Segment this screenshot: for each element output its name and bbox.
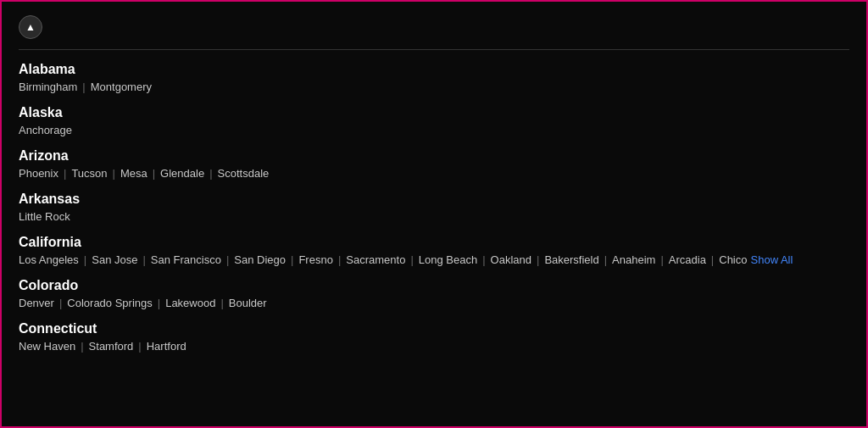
cities-list: Denver|Colorado Springs|Lakewood|Boulder (19, 297, 849, 309)
state-section-colorado: ColoradoDenver|Colorado Springs|Lakewood… (19, 278, 849, 309)
city-separator: | (59, 297, 62, 309)
city-item[interactable]: Oakland (491, 253, 531, 266)
city-separator: | (291, 253, 293, 266)
cities-list: Anchorage (19, 124, 849, 136)
city-item[interactable]: Little Rock (19, 210, 70, 223)
state-section-arkansas: ArkansasLittle Rock (19, 192, 849, 223)
city-item[interactable]: Phoenix (19, 167, 58, 180)
city-item[interactable]: Denver (19, 297, 54, 309)
city-item[interactable]: Glendale (160, 167, 204, 180)
state-section-connecticut: ConnecticutNew Haven|Stamford|Hartford (19, 321, 849, 353)
state-section-california: CaliforniaLos Angeles|San Jose|San Franc… (19, 235, 849, 266)
cities-list: Los Angeles|San Jose|San Francisco|San D… (19, 253, 849, 266)
city-item[interactable]: Los Angeles (19, 253, 79, 266)
collapse-button[interactable]: ▲ (19, 15, 42, 39)
city-separator: | (537, 253, 539, 266)
city-item[interactable]: Montgomery (91, 81, 152, 93)
cities-list: Phoenix|Tucson|Mesa|Glendale|Scottsdale (19, 167, 849, 180)
city-item[interactable]: Boulder (229, 297, 267, 309)
city-separator: | (604, 253, 607, 266)
state-name: Arizona (19, 148, 849, 164)
city-item[interactable]: Bakersfield (544, 253, 598, 266)
city-separator: | (82, 81, 85, 93)
city-separator: | (138, 340, 141, 353)
state-name: Alaska (19, 105, 849, 120)
city-item[interactable]: San Francisco (151, 253, 221, 266)
city-separator: | (410, 253, 413, 266)
cities-list: New Haven|Stamford|Hartford (19, 340, 849, 353)
state-section-arizona: ArizonaPhoenix|Tucson|Mesa|Glendale|Scot… (19, 148, 849, 180)
cities-list: Birmingham|Montgomery (19, 81, 849, 93)
city-separator: | (209, 167, 212, 180)
city-separator: | (660, 253, 663, 266)
city-separator: | (142, 253, 145, 266)
city-item[interactable]: Lakewood (165, 297, 215, 309)
state-name: Colorado (19, 278, 849, 293)
city-item[interactable]: Fresno (298, 253, 332, 266)
state-section-alaska: AlaskaAnchorage (19, 105, 849, 136)
city-item[interactable]: New Haven (19, 340, 75, 353)
city-item[interactable]: Mesa (120, 167, 147, 180)
city-item[interactable]: Arcadia (669, 253, 706, 266)
city-separator: | (711, 253, 714, 266)
main-container: ▲ AlabamaBirmingham|MontgomeryAlaskaAnch… (0, 0, 868, 428)
states-list: AlabamaBirmingham|MontgomeryAlaskaAnchor… (19, 62, 849, 353)
city-item[interactable]: Colorado Springs (67, 297, 152, 309)
city-item[interactable]: Sacramento (346, 253, 405, 266)
city-item[interactable]: Anaheim (612, 253, 655, 266)
city-separator: | (482, 253, 485, 266)
city-item[interactable]: San Jose (92, 253, 137, 266)
city-item[interactable]: Stamford (89, 340, 134, 353)
state-name: California (19, 235, 849, 250)
city-item[interactable]: Tucson (71, 167, 107, 180)
state-name: Arkansas (19, 192, 849, 207)
city-separator: | (153, 167, 155, 180)
city-separator: | (64, 167, 66, 180)
city-separator: | (220, 297, 223, 309)
city-separator: | (226, 253, 229, 266)
city-item[interactable]: Scottsdale (218, 167, 270, 180)
city-item[interactable]: Birmingham (19, 81, 77, 93)
city-item[interactable]: Chico (719, 253, 747, 266)
city-separator: | (84, 253, 86, 266)
city-item[interactable]: Hartford (147, 340, 186, 353)
city-separator: | (113, 167, 115, 180)
chevron-up-icon: ▲ (25, 22, 36, 32)
state-name: Connecticut (19, 321, 849, 336)
city-item[interactable]: San Diego (234, 253, 286, 266)
state-name: Alabama (19, 62, 849, 77)
header-divider (19, 49, 849, 50)
city-separator: | (81, 340, 83, 353)
show-all-link[interactable]: Show All (751, 253, 793, 266)
city-separator: | (338, 253, 341, 266)
city-item[interactable]: Long Beach (419, 253, 477, 266)
city-separator: | (158, 297, 160, 309)
state-section-alabama: AlabamaBirmingham|Montgomery (19, 62, 849, 93)
city-item[interactable]: Anchorage (19, 124, 72, 136)
section-header: ▲ (19, 15, 849, 39)
cities-list: Little Rock (19, 210, 849, 223)
